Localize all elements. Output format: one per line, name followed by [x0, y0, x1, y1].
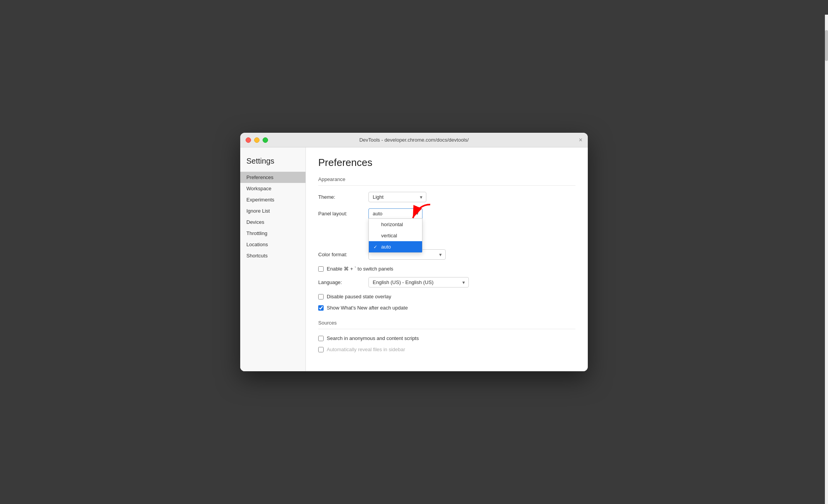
panel-layout-select[interactable]: auto	[368, 208, 422, 218]
sidebar-item-shortcuts[interactable]: Shortcuts	[240, 250, 305, 261]
disable-paused-overlay-checkbox[interactable]	[318, 294, 324, 299]
window-title: DevTools - developer.chrome.com/docs/dev…	[359, 137, 468, 143]
horizontal-label: horizontal	[381, 222, 403, 227]
enable-switch-panels-row: Enable ⌘ + ` to switch panels	[318, 266, 575, 272]
close-icon[interactable]: ×	[579, 137, 582, 143]
auto-reveal-checkbox[interactable]	[318, 347, 324, 352]
main-panel: Preferences Appearance Theme: Light Dark…	[306, 147, 588, 371]
language-select[interactable]: English (US) - English (US)	[368, 277, 469, 288]
search-anonymous-row: Search in anonymous and content scripts	[318, 335, 575, 341]
show-whats-new-checkbox[interactable]	[318, 305, 324, 311]
devtools-window: DevTools - developer.chrome.com/docs/dev…	[240, 133, 588, 371]
show-whats-new-row: Show What's New after each update	[318, 305, 575, 311]
enable-switch-panels-checkbox[interactable]	[318, 266, 324, 272]
sidebar-item-workspace[interactable]: Workspace	[240, 183, 305, 194]
show-whats-new-label: Show What's New after each update	[327, 305, 408, 311]
sidebar-item-throttling[interactable]: Throttling	[240, 228, 305, 239]
search-anonymous-checkbox[interactable]	[318, 336, 324, 341]
auto-checkmark: ✓	[373, 244, 379, 250]
panel-layout-value: auto	[373, 211, 382, 216]
panel-layout-dropdown: horizontal vertical ✓ auto	[368, 218, 422, 253]
theme-select[interactable]: Light Dark System preference	[368, 192, 426, 202]
appearance-section-title: Appearance	[318, 176, 575, 186]
page-title: Preferences	[318, 157, 575, 169]
maximize-button[interactable]	[263, 137, 268, 143]
panel-layout-row: Panel layout: auto ▼ horizontal	[318, 208, 575, 218]
language-row: Language: English (US) - English (US) ▼	[318, 277, 575, 288]
vertical-label: vertical	[381, 233, 397, 238]
color-format-label: Color format:	[318, 252, 368, 257]
theme-select-wrapper: Light Dark System preference ▼	[368, 192, 426, 202]
theme-label: Theme:	[318, 194, 368, 200]
traffic-lights	[246, 137, 268, 143]
auto-reveal-label: Automatically reveal files in sidebar	[327, 347, 405, 352]
sidebar-heading: Settings	[240, 154, 305, 172]
language-label: Language:	[318, 279, 368, 285]
titlebar: DevTools - developer.chrome.com/docs/dev…	[240, 133, 588, 147]
settings-content: Settings Preferences Workspace Experimen…	[240, 147, 588, 371]
dropdown-item-vertical[interactable]: vertical	[369, 230, 422, 241]
disable-paused-overlay-label: Disable paused state overlay	[327, 294, 391, 299]
panel-layout-select-wrapper: auto ▼ horizontal vertical	[368, 208, 422, 218]
color-format-row: Color format: ▼	[318, 249, 575, 260]
auto-reveal-row: Automatically reveal files in sidebar	[318, 347, 575, 352]
close-button[interactable]	[246, 137, 251, 143]
enable-switch-panels-label: Enable ⌘ + ` to switch panels	[327, 266, 393, 272]
sidebar-item-devices[interactable]: Devices	[240, 216, 305, 228]
sidebar: Settings Preferences Workspace Experimen…	[240, 147, 306, 371]
theme-row: Theme: Light Dark System preference ▼	[318, 192, 575, 202]
dropdown-item-auto[interactable]: ✓ auto	[369, 241, 422, 252]
search-anonymous-label: Search in anonymous and content scripts	[327, 335, 419, 341]
disable-paused-overlay-row: Disable paused state overlay	[318, 294, 575, 299]
sources-section-title: Sources	[318, 320, 575, 329]
dropdown-item-horizontal[interactable]: horizontal	[369, 219, 422, 230]
sidebar-item-experiments[interactable]: Experiments	[240, 194, 305, 205]
sidebar-item-ignore-list[interactable]: Ignore List	[240, 205, 305, 216]
panel-layout-label: Panel layout:	[318, 211, 368, 216]
sidebar-item-preferences[interactable]: Preferences	[240, 172, 305, 183]
minimize-button[interactable]	[254, 137, 260, 143]
sidebar-item-locations[interactable]: Locations	[240, 239, 305, 250]
language-select-wrapper: English (US) - English (US) ▼	[368, 277, 469, 288]
auto-label: auto	[381, 244, 391, 250]
